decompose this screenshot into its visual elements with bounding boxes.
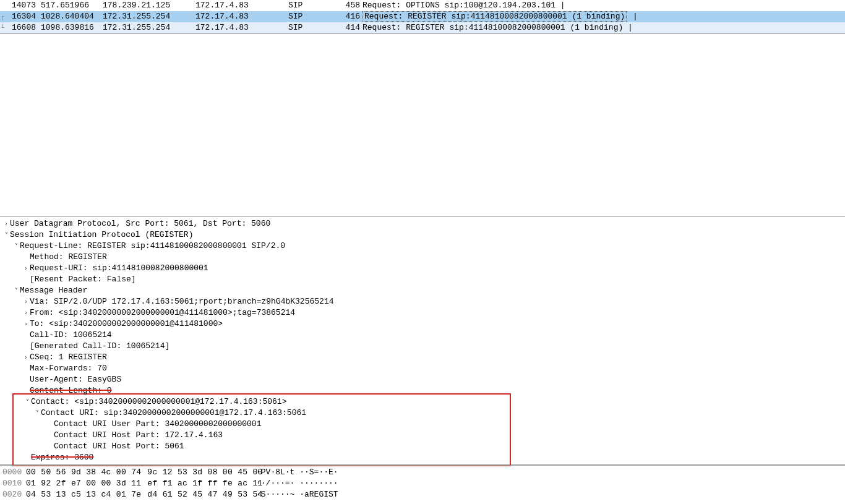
tree-row-via[interactable]: ›Via: SIP/2.0/UDP 172.17.4.163:5061;rpor… [0, 296, 845, 307]
expires-text: Expires: 3600 [31, 453, 93, 462]
udp-header-text: User Datagram Protocol, Src Port: 5061, … [10, 219, 270, 228]
tree-row-ua[interactable]: User-Agent: EasyGBS [0, 374, 845, 385]
col-source: 178.239.21.125 [100, 0, 193, 11]
col-no: 14073 [6, 0, 38, 11]
chevron-down-icon[interactable]: ˅ [12, 285, 20, 296]
from-text: From: <sip:34020000002000000001@41148100… [30, 308, 295, 317]
chevron-down-icon[interactable]: ˅ [24, 396, 31, 408]
packet-bytes-pane[interactable]: 0000 00 50 56 9d 38 4c 00 749c 12 53 3d … [0, 465, 845, 502]
chevron-right-icon[interactable]: › [22, 352, 30, 363]
chevron-down-icon[interactable]: ˅ [2, 229, 10, 241]
tree-row-method[interactable]: Method: REGISTER [0, 252, 845, 263]
callid-text: Call-ID: 10065214 [30, 330, 112, 340]
tree-row-gen-callid[interactable]: [Generated Call-ID: 10065214] [0, 341, 845, 352]
col-info: Request: OPTIONS sip:100@120.194.203.101… [360, 0, 845, 11]
packet-row[interactable]: 14073 517.651966 178.239.21.125 172.17.4… [0, 0, 845, 11]
hex-bytes: 01 92 2f e7 00 00 3d 11ef f1 ac 1f ff fe… [21, 478, 250, 489]
col-info: Request: REGISTER sip:411481000820008000… [360, 22, 845, 33]
maxfwd-text: Max-Forwards: 70 [30, 364, 107, 373]
chevron-right-icon[interactable]: › [2, 218, 10, 229]
contact-port-text: Contact URI Host Port: 5061 [54, 442, 184, 451]
col-length: 414 [335, 22, 360, 33]
related-indicator: └ [0, 22, 6, 33]
col-time: 517.651966 [38, 0, 100, 11]
packet-details-pane[interactable]: ›User Datagram Protocol, Src Port: 5061,… [0, 216, 845, 465]
hex-row[interactable]: 0020 04 53 13 c5 13 c4 01 7ed4 61 52 45 … [0, 489, 845, 500]
packet-list-whitespace [0, 34, 845, 216]
chevron-right-icon[interactable]: › [22, 318, 30, 330]
chevron-down-icon[interactable]: ˅ [12, 241, 20, 252]
related-indicator [0, 0, 6, 11]
tree-row-sip[interactable]: ˅Session Initiation Protocol (REGISTER) [0, 229, 845, 241]
col-destination: 172.17.4.83 [193, 22, 286, 33]
col-length: 458 [335, 0, 360, 11]
col-source: 172.31.255.254 [100, 11, 193, 22]
cseq-text: CSeq: 1 REGISTER [30, 352, 107, 362]
col-destination: 172.17.4.83 [193, 0, 286, 11]
ua-text: User-Agent: EasyGBS [30, 375, 121, 384]
tree-row-maxfwd[interactable]: Max-Forwards: 70 [0, 363, 845, 374]
packet-list[interactable]: 14073 517.651966 178.239.21.125 172.17.4… [0, 0, 845, 34]
col-no: 16608 [6, 22, 38, 33]
tree-row-contact-host[interactable]: Contact URI Host Part: 172.17.4.163 [14, 430, 510, 441]
tree-row-contact[interactable]: ˅Contact: <sip:34020000002000000001@172.… [14, 396, 510, 408]
hex-offset: 0010 [0, 478, 21, 489]
tree-row-message-header[interactable]: ˅Message Header [0, 285, 845, 296]
highlight-box: ˅Contact: <sip:34020000002000000001@172.… [12, 393, 511, 466]
hex-bytes: 04 53 13 c5 13 c4 01 7ed4 61 52 45 47 49… [21, 489, 250, 500]
tree-row-expires[interactable]: Expires: 3600 [14, 452, 510, 463]
hex-offset: 0000 [0, 467, 21, 478]
hex-ascii: ·S·····~ ·aREGIST [250, 489, 338, 500]
tree-row-to[interactable]: ›To: <sip:34020000002000000001@411481000… [0, 318, 845, 330]
col-source: 172.31.255.254 [100, 22, 193, 33]
request-line-text: Request-Line: REGISTER sip:4114810008200… [20, 241, 285, 250]
sip-header-text: Session Initiation Protocol (REGISTER) [10, 230, 193, 239]
hex-ascii: ·PV·8L·t ··S=··E· [250, 467, 338, 478]
col-protocol: SIP [286, 22, 335, 33]
packet-row-selected[interactable]: ┌ 16304 1028.640404 172.31.255.254 172.1… [0, 11, 845, 22]
col-protocol: SIP [286, 11, 335, 22]
col-no: 16304 [6, 11, 38, 22]
col-length: 416 [335, 11, 360, 22]
hex-row[interactable]: 0010 01 92 2f e7 00 00 3d 11ef f1 ac 1f … [0, 478, 845, 489]
col-protocol: SIP [286, 0, 335, 11]
request-uri-text: Request-URI: sip:41148100082000800001 [30, 263, 208, 273]
col-time: 1098.639816 [38, 22, 100, 33]
tree-row-request-line[interactable]: ˅Request-Line: REGISTER sip:411481000820… [0, 241, 845, 252]
col-destination: 172.17.4.83 [193, 11, 286, 22]
resent-text: [Resent Packet: False] [30, 275, 136, 284]
tree-row-contact-uri[interactable]: ˅Contact URI: sip:34020000002000000001@1… [14, 408, 510, 419]
via-text: Via: SIP/2.0/UDP 172.17.4.163:5061;rport… [30, 297, 333, 306]
contact-host-text: Contact URI Host Part: 172.17.4.163 [54, 430, 223, 440]
related-indicator: ┌ [0, 11, 6, 22]
hex-row[interactable]: 0000 00 50 56 9d 38 4c 00 749c 12 53 3d … [0, 467, 845, 478]
chevron-right-icon[interactable]: › [22, 263, 30, 274]
contact-text: Contact: <sip:34020000002000000001@172.1… [31, 397, 286, 406]
col-time: 1028.640404 [38, 11, 100, 22]
hex-ascii: ··/···=· ········ [250, 478, 338, 489]
col-info: Request: REGISTER sip:411481000820008000… [360, 11, 845, 22]
tree-row-contact-port[interactable]: Contact URI Host Port: 5061 [14, 441, 510, 452]
chevron-right-icon[interactable]: › [22, 307, 30, 318]
contact-user-text: Contact URI User Part: 34020000002000000… [54, 419, 261, 429]
contact-uri-text: Contact URI: sip:34020000002000000001@17… [41, 408, 306, 417]
packet-row[interactable]: └ 16608 1098.639816 172.31.255.254 172.1… [0, 22, 845, 33]
tree-row-resent[interactable]: [Resent Packet: False] [0, 274, 845, 285]
chevron-right-icon[interactable]: › [22, 296, 30, 307]
hex-bytes: 00 50 56 9d 38 4c 00 749c 12 53 3d 08 00… [21, 467, 250, 478]
message-header-text: Message Header [20, 286, 87, 295]
tree-row-contact-user[interactable]: Contact URI User Part: 34020000002000000… [14, 419, 510, 430]
tree-row-udp[interactable]: ›User Datagram Protocol, Src Port: 5061,… [0, 218, 845, 229]
gen-callid-text: [Generated Call-ID: 10065214] [30, 341, 169, 351]
to-text: To: <sip:34020000002000000001@411481000> [30, 319, 223, 328]
tree-row-cseq[interactable]: ›CSeq: 1 REGISTER [0, 352, 845, 363]
hex-offset: 0020 [0, 489, 21, 500]
chevron-down-icon[interactable]: ˅ [33, 408, 41, 419]
tree-row-callid[interactable]: Call-ID: 10065214 [0, 330, 845, 341]
tree-row-request-uri[interactable]: ›Request-URI: sip:41148100082000800001 [0, 263, 845, 274]
tree-row-from[interactable]: ›From: <sip:34020000002000000001@4114810… [0, 307, 845, 318]
method-text: Method: REGISTER [30, 252, 107, 262]
content-length-text: Content-Length: 0 [30, 386, 112, 395]
